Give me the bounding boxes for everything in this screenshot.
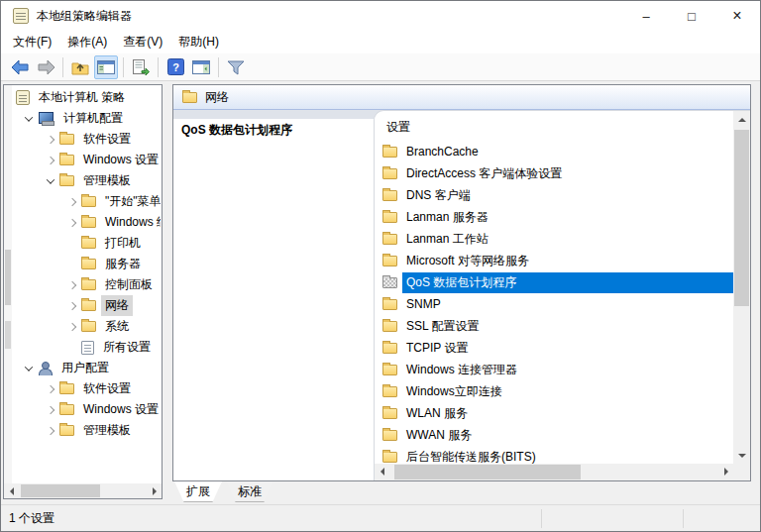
list-item[interactable]: Lanman 工作站 (377, 228, 733, 250)
show-action-pane-toggle[interactable] (189, 55, 213, 79)
tree-item-label: 打印机 (101, 233, 145, 254)
list-item-label: DirectAccess 客户端体验设置 (402, 163, 566, 184)
help-icon: ? (167, 58, 184, 75)
show-console-tree-toggle[interactable] (94, 55, 118, 79)
tree-item-windows-settings[interactable]: Windows 设置 (12, 150, 161, 170)
chevron-right-icon[interactable] (63, 319, 81, 335)
tree-item-user-windows-settings[interactable]: Windows 设置 (12, 399, 161, 420)
list-item[interactable]: Windows立即连接 (377, 380, 733, 402)
tree-item-local-computer-policy[interactable]: 本地计算机 策略 (12, 87, 161, 108)
list-item[interactable]: 后台智能传送服务(BITS) (377, 446, 733, 464)
chevron-right-icon[interactable] (42, 381, 59, 397)
tree-item-label: 软件设置 (79, 129, 135, 150)
help-button[interactable]: ? (163, 55, 187, 79)
tree-item-software-settings[interactable]: 软件设置 (12, 129, 161, 150)
filter-button[interactable] (224, 55, 248, 79)
chevron-placeholder (63, 236, 81, 252)
list-item[interactable]: TCPIP 设置 (377, 337, 733, 359)
app-policy-icon (13, 8, 29, 24)
scroll-right-button[interactable] (718, 464, 733, 479)
chevron-right-icon[interactable] (42, 423, 59, 439)
list-item[interactable]: WWAN 服务 (377, 424, 733, 446)
list-item[interactable]: WLAN 服务 (377, 402, 733, 424)
gpedit-window: 本地组策略编辑器 – □ × 文件(F) 操作(A) 查看(V) 帮助(H) (0, 0, 761, 532)
menu-file[interactable]: 文件(F) (5, 31, 59, 53)
close-button[interactable]: × (714, 1, 760, 31)
list-horizontal-scrollbar[interactable] (375, 464, 733, 480)
tree-item-control-panel[interactable]: 控制面板 (12, 274, 161, 295)
folder-icon (382, 212, 397, 223)
back-button[interactable] (8, 55, 32, 79)
list-item[interactable]: Microsoft 对等网络服务 (377, 250, 733, 271)
tab-standard[interactable]: 标准 (226, 481, 273, 502)
chevron-right-icon[interactable] (42, 132, 59, 148)
export-list-button[interactable] (129, 55, 153, 79)
folder-icon (59, 175, 74, 186)
toolbar-separator (218, 57, 219, 77)
list-item-label: Windows立即连接 (402, 381, 506, 402)
scrollbar-thumb[interactable] (5, 250, 11, 305)
tree-rows: 本地计算机 策略 计算机配置 软件设置 Windows 设置 管理模板 "开始"… (12, 87, 161, 483)
folder-icon (81, 279, 96, 290)
tab-extended[interactable]: 扩展 (174, 481, 222, 502)
scrollbar-thumb[interactable] (734, 130, 749, 306)
menu-help[interactable]: 帮助(H) (170, 31, 227, 53)
list-item[interactable]: DNS 客户端 (377, 184, 733, 206)
list-item[interactable]: BranchCache (377, 141, 733, 162)
chevron-right-icon[interactable] (63, 298, 81, 314)
tree-item-windows-components[interactable]: Windows 组 (12, 212, 161, 233)
tree-item-label: 管理模板 (79, 170, 135, 191)
tree-item-computer-configuration[interactable]: 计算机配置 (12, 108, 161, 129)
forward-button[interactable] (34, 55, 57, 79)
tree-vertical-scrollbar[interactable] (4, 85, 12, 483)
list-item[interactable]: Windows 连接管理器 (377, 359, 733, 380)
tree-item-server[interactable]: 服务器 (12, 254, 161, 274)
scrollbar-thumb[interactable] (21, 484, 100, 497)
minimize-button[interactable]: – (623, 1, 669, 31)
tree-item-printers[interactable]: 打印机 (12, 233, 161, 254)
policy-scroll-icon (16, 90, 30, 105)
tree-item-network[interactable]: 网络 (12, 295, 161, 316)
folder-icon (81, 217, 96, 228)
tree-item-system[interactable]: 系统 (12, 316, 161, 337)
tree-item-user-software-settings[interactable]: 软件设置 (12, 378, 161, 399)
chevron-right-icon[interactable] (42, 402, 59, 418)
tree-item-label-selected: 网络 (101, 295, 133, 316)
scroll-right-button[interactable] (147, 483, 162, 498)
list-item[interactable]: DirectAccess 客户端体验设置 (377, 162, 733, 184)
chevron-right-icon[interactable] (63, 215, 81, 231)
list-item[interactable]: SSL 配置设置 (377, 315, 733, 337)
scrollbar-thumb[interactable] (394, 465, 581, 479)
tree-item-user-administrative-templates[interactable]: 管理模板 (12, 420, 161, 441)
scrollbar-thumb[interactable] (5, 321, 11, 349)
scroll-up-button[interactable] (733, 111, 750, 128)
up-folder-icon (71, 59, 89, 75)
title-bar[interactable]: 本地组策略编辑器 – □ × (1, 1, 760, 31)
maximize-button[interactable]: □ (669, 1, 714, 31)
chevron-down-icon[interactable] (20, 111, 38, 127)
chevron-right-icon[interactable] (63, 277, 81, 293)
list-item[interactable]: SNMP (377, 293, 733, 315)
menu-view[interactable]: 查看(V) (115, 31, 170, 53)
tree-horizontal-scrollbar[interactable] (4, 483, 162, 498)
up-one-level-button[interactable] (68, 55, 92, 79)
scroll-left-button[interactable] (375, 464, 389, 479)
folder-icon (81, 259, 96, 269)
scroll-left-button[interactable] (4, 483, 19, 498)
list-vertical-scrollbar[interactable] (733, 111, 750, 464)
chevron-down-icon[interactable] (20, 361, 38, 376)
chevron-right-icon[interactable] (42, 153, 59, 168)
tree-item-administrative-templates[interactable]: 管理模板 (12, 170, 161, 191)
tree-item-all-settings[interactable]: 所有设置 (12, 337, 161, 358)
tree-item-label: 计算机配置 (59, 108, 127, 129)
folder-icon (59, 134, 74, 145)
menu-action[interactable]: 操作(A) (59, 31, 115, 53)
tree-item-start-menu[interactable]: "开始"菜单和 (12, 191, 161, 212)
list-item[interactable]: Lanman 服务器 (377, 206, 733, 228)
list-item-selected[interactable]: QoS 数据包计划程序 (377, 271, 733, 293)
tree-item-user-configuration[interactable]: 用户配置 (12, 358, 161, 378)
scroll-down-button[interactable] (733, 447, 750, 464)
column-header-settings[interactable]: 设置 (386, 119, 410, 136)
chevron-down-icon[interactable] (42, 173, 59, 189)
chevron-right-icon[interactable] (63, 194, 81, 210)
